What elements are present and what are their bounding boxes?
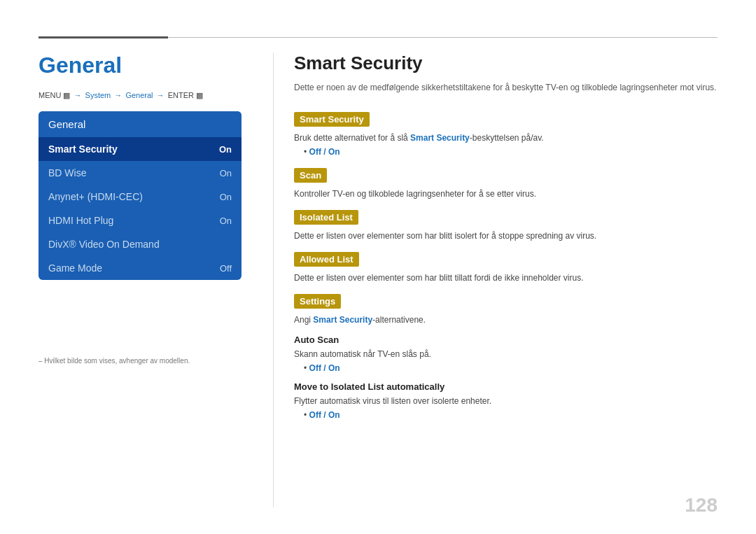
off-on-label-1: Off / On: [309, 147, 340, 157]
menu-item-value: On: [220, 216, 232, 226]
menu-item-label: Smart Security: [48, 143, 118, 155]
menu-item-label: Game Mode: [48, 262, 102, 274]
left-panel: General MENU ▩ → System → General → ENTE…: [38, 52, 248, 280]
intro-text: Dette er noen av de medfølgende sikkerhe…: [294, 81, 718, 94]
section-heading-isolated-list: Isolated List: [294, 210, 358, 225]
section-body-isolated-list: Dette er listen over elementer som har b…: [294, 230, 718, 242]
vertical-divider: [273, 52, 274, 507]
settings-smart-link: Smart Security: [313, 315, 372, 325]
system-link: System: [85, 91, 113, 99]
section-body-move-isolated: Flytter automatisk virus til listen over…: [294, 395, 718, 407]
menu-item-divx[interactable]: DivX® Video On Demand: [38, 232, 241, 256]
bullet-off-on-auto-scan: Off / On: [304, 363, 718, 373]
sub-heading-move-isolated: Move to Isolated List automatically: [294, 381, 718, 392]
bullet-off-on-1: Off / On: [304, 147, 718, 157]
smart-security-link: Smart Security: [410, 133, 470, 143]
menu-item-anynet[interactable]: Anynet+ (HDMI-CEC) On: [38, 185, 241, 209]
menu-item-game-mode[interactable]: Game Mode Off: [38, 256, 241, 280]
menu-item-label: BD Wise: [48, 167, 86, 178]
section-heading-smart-security: Smart Security: [294, 112, 370, 127]
arrow-1: →: [74, 91, 82, 99]
menu-item-bd-wise[interactable]: BD Wise On: [38, 161, 241, 185]
menu-icon: ▩: [63, 91, 72, 99]
general-menu: General Smart Security On BD Wise On Any…: [38, 111, 241, 280]
page-heading: General: [38, 52, 248, 78]
menu-item-label: DivX® Video On Demand: [48, 239, 160, 250]
section-body-allowed-list: Dette er listen over elementer som har b…: [294, 272, 718, 284]
right-panel-title: Smart Security: [294, 52, 718, 74]
section-heading-settings: Settings: [294, 294, 341, 309]
section-body-smart-security: Bruk dette alternativet for å slå Smart …: [294, 132, 718, 144]
section-body-scan: Kontroller TV-en og tilkoblede lagringse…: [294, 188, 718, 200]
top-decorative-lines: [38, 36, 718, 38]
section-body-settings: Angi Smart Security-alternativene.: [294, 314, 718, 326]
bullet-off-on-move-isolated: Off / On: [304, 410, 718, 420]
menu-item-label: Anynet+ (HDMI-CEC): [48, 191, 143, 202]
general-link: General: [125, 91, 155, 99]
off-on-label-move-isolated: Off / On: [309, 410, 340, 420]
section-body-auto-scan: Skann automatisk når TV-en slås på.: [294, 348, 718, 360]
off-on-label-auto-scan: Off / On: [309, 363, 340, 373]
menu-item-value: On: [219, 144, 232, 155]
menu-item-value: On: [220, 192, 232, 202]
footnote: – Hvilket bilde som vises, avhenger av m…: [38, 357, 190, 365]
menu-label: MENU: [38, 91, 61, 99]
menu-item-label: HDMI Hot Plug: [48, 215, 113, 226]
general-menu-header: General: [38, 111, 241, 137]
page-number: 128: [685, 494, 718, 517]
menu-item-smart-security[interactable]: Smart Security On: [38, 137, 241, 161]
menu-item-hdmi-hot-plug[interactable]: HDMI Hot Plug On: [38, 209, 241, 232]
menu-item-value: On: [220, 168, 232, 178]
menu-path: MENU ▩ → System → General → ENTER ▩: [38, 91, 248, 100]
enter-label: ENTER ▩: [168, 91, 203, 99]
arrow-2: →: [114, 91, 122, 99]
right-panel: Smart Security Dette er noen av de medfø…: [294, 52, 718, 424]
arrow-3: →: [157, 91, 164, 99]
sub-heading-auto-scan: Auto Scan: [294, 335, 718, 345]
section-heading-allowed-list: Allowed List: [294, 252, 359, 267]
section-heading-scan: Scan: [294, 168, 327, 183]
menu-item-value: Off: [220, 263, 232, 274]
